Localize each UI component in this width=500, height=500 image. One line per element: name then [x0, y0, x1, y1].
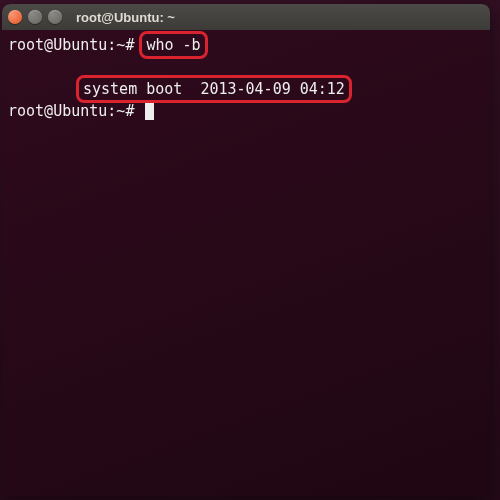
titlebar[interactable]: root@Ubuntu: ~ — [2, 4, 490, 30]
cursor-icon — [145, 103, 154, 120]
output-highlight: system boot 2013-04-09 04:12 — [76, 75, 352, 103]
minimize-icon[interactable] — [28, 10, 42, 24]
terminal-body[interactable]: root@Ubuntu:~# who -b system boot 2013-0… — [2, 30, 490, 496]
command-text: who -b — [146, 36, 200, 54]
prompt-line-2: root@Ubuntu:~# — [8, 100, 484, 122]
prompt-prefix: root@Ubuntu:~# — [8, 36, 134, 54]
window-title: root@Ubuntu: ~ — [76, 10, 175, 25]
output-line: system boot 2013-04-09 04:12 — [8, 78, 484, 100]
prompt-line-1: root@Ubuntu:~# who -b — [8, 34, 484, 56]
close-icon[interactable] — [8, 10, 22, 24]
output-value: 2013-04-09 04:12 — [200, 80, 345, 98]
terminal-window: root@Ubuntu: ~ root@Ubuntu:~# who -b sys… — [2, 4, 490, 496]
prompt-prefix-2: root@Ubuntu:~# — [8, 102, 134, 120]
maximize-icon[interactable] — [48, 10, 62, 24]
output-label: system boot — [83, 80, 182, 98]
command-highlight: who -b — [139, 31, 207, 59]
